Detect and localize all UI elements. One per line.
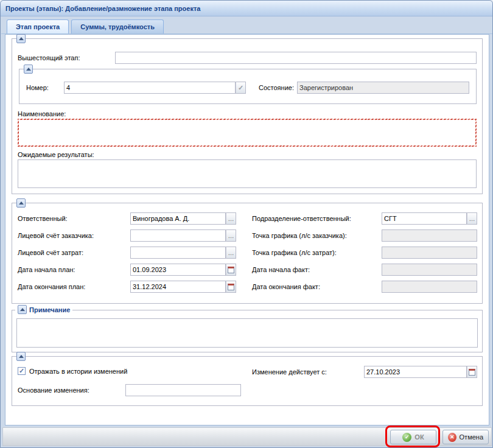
change-basis-label: Основание изменения: — [18, 387, 89, 394]
start-date-plan-input[interactable] — [130, 264, 226, 276]
end-date-fact-input — [382, 281, 477, 293]
collapse-arrow-icon — [26, 68, 31, 71]
collapse-details-button[interactable] — [16, 198, 26, 208]
fieldset-history — [12, 356, 483, 406]
check-icon: ✓ — [238, 84, 243, 92]
parent-stage-input[interactable] — [115, 52, 477, 64]
responsible-label: Ответственный: — [18, 215, 68, 222]
ellipsis-icon: … — [228, 215, 234, 222]
checkbox-check-icon: ✓ — [19, 368, 24, 374]
ellipsis-icon: … — [469, 215, 475, 222]
responsible-input[interactable] — [130, 212, 226, 225]
expected-results-label: Ожидаемые результаты: — [18, 151, 94, 158]
collapse-history-button[interactable] — [16, 352, 26, 361]
ellipsis-icon: … — [228, 250, 234, 256]
parent-stage-label: Вышестоящий этап: — [18, 54, 80, 61]
history-checkbox[interactable]: ✓ — [18, 367, 26, 375]
customer-schedule-point-label: Точка графика (л/с заказчика): — [252, 232, 347, 239]
collapse-main-button[interactable] — [16, 34, 26, 43]
note-legend-label: Примечание — [29, 306, 70, 313]
tab-sums[interactable]: Суммы, трудоёмкость — [71, 19, 164, 33]
department-lookup-button[interactable]: … — [467, 212, 477, 225]
dialog-window: Проекты (этапы): Добавление/размножение … — [0, 0, 493, 448]
calendar-icon — [469, 369, 475, 376]
start-date-plan-label: Дата начала план: — [18, 266, 75, 273]
tab-stage[interactable]: Этап проекта — [7, 19, 69, 33]
name-label: Наименование: — [18, 110, 66, 117]
change-effective-input[interactable] — [364, 366, 467, 378]
number-check-button[interactable]: ✓ — [236, 82, 246, 94]
collapse-arrow-icon — [19, 37, 24, 40]
note-textarea[interactable] — [16, 318, 478, 348]
expected-results-textarea[interactable] — [18, 159, 477, 188]
cost-schedule-point-input — [382, 247, 477, 259]
tab-bar: Этап проекта Суммы, трудоёмкость — [1, 16, 493, 34]
end-date-plan-calendar-button[interactable] — [226, 281, 236, 293]
note-legend: Примечание — [15, 305, 72, 314]
number-label: Номер: — [26, 84, 49, 91]
end-date-fact-label: Дата окончания факт: — [252, 283, 320, 290]
history-checkbox-label: Отражать в истории изменений — [29, 368, 127, 375]
state-label: Состояние: — [259, 84, 294, 91]
tab-sums-label: Суммы, трудоёмкость — [80, 23, 155, 30]
customer-account-label: Лицевой счёт заказчика: — [18, 232, 94, 239]
cancel-button-label: Отмена — [460, 433, 483, 441]
change-effective-label: Изменение действует с: — [252, 368, 327, 376]
start-date-fact-label: Дата начала факт: — [252, 266, 310, 273]
ok-button[interactable]: ✓ ОК — [390, 430, 436, 444]
customer-account-lookup-button[interactable]: … — [226, 229, 236, 242]
end-date-plan-input[interactable] — [130, 281, 226, 293]
start-date-fact-input — [382, 264, 477, 276]
department-input[interactable] — [382, 212, 467, 225]
collapse-arrow-icon — [19, 355, 24, 358]
collapse-arrow-icon — [19, 201, 24, 205]
cost-account-input[interactable] — [130, 247, 226, 259]
cost-account-label: Лицевой счёт затрат: — [18, 249, 83, 256]
number-input[interactable] — [64, 82, 236, 94]
department-label: Подразделение-ответственный: — [252, 215, 351, 222]
cancel-button[interactable]: ✕ Отмена — [442, 430, 489, 444]
change-effective-calendar-button[interactable] — [467, 366, 477, 378]
change-basis-input[interactable] — [125, 384, 241, 396]
tab-stage-label: Этап проекта — [16, 23, 60, 30]
collapse-number-button[interactable] — [24, 65, 33, 74]
customer-account-input[interactable] — [130, 229, 226, 242]
responsible-lookup-button[interactable]: … — [226, 212, 236, 225]
ellipsis-icon: … — [228, 233, 234, 239]
cost-schedule-point-label: Точка графика (л/с затрат): — [252, 249, 337, 256]
window-title: Проекты (этапы): Добавление/размножение … — [5, 5, 200, 12]
collapse-arrow-icon — [20, 308, 25, 311]
cancel-cross-icon: ✕ — [448, 433, 456, 442]
start-date-plan-calendar-button[interactable] — [226, 264, 236, 276]
calendar-icon — [228, 267, 234, 273]
collapse-note-button[interactable] — [18, 305, 27, 314]
cost-account-lookup-button[interactable]: … — [226, 247, 236, 259]
ok-button-label: ОК — [414, 433, 424, 441]
calendar-icon — [228, 284, 234, 290]
customer-schedule-point-input — [382, 229, 477, 242]
ok-check-icon: ✓ — [402, 433, 411, 442]
name-textarea[interactable] — [18, 119, 477, 147]
end-date-plan-label: Дата окончания план: — [18, 283, 85, 290]
state-input — [297, 82, 469, 94]
window-titlebar[interactable]: Проекты (этапы): Добавление/размножение … — [1, 1, 492, 16]
